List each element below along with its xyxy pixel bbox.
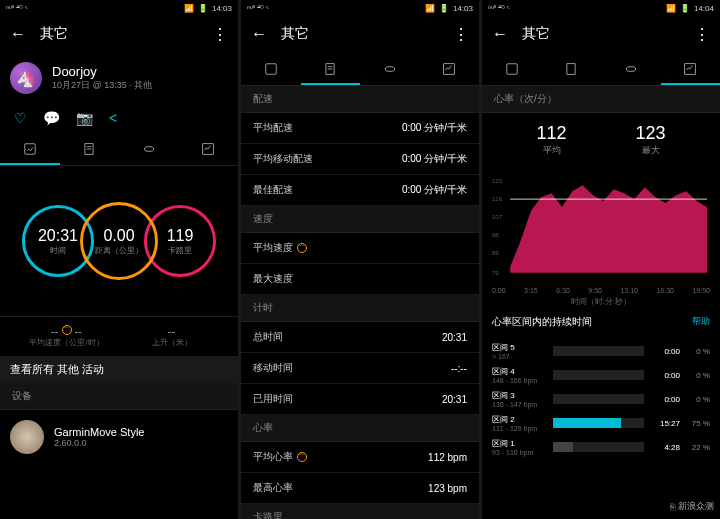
devices-header: 设备 <box>0 383 238 410</box>
tab-chart[interactable] <box>661 52 721 85</box>
tab-chart[interactable] <box>179 132 239 165</box>
zone-row: 区间 2111 - 129 bpm 15:2775 % <box>492 411 710 435</box>
help-link[interactable]: 帮助 <box>692 315 710 329</box>
svg-text:125: 125 <box>492 177 503 184</box>
zones-list: 区间 5> 167 0:000 % 区间 4148 - 166 bpm 0:00… <box>482 335 720 463</box>
hr-chart-title: 心率（次/分） <box>482 86 720 113</box>
device-version: 2.60.0.0 <box>54 438 144 448</box>
profile-block: Doorjoy 10月27日 @ 13:35 · 其他 <box>0 52 238 104</box>
svg-rect-5 <box>266 63 277 74</box>
page-title: 其它 <box>281 25 439 43</box>
watermark: ⎘新浪众测 <box>670 500 714 513</box>
stat-row: 移动时间--:-- <box>241 353 479 384</box>
svg-text:116: 116 <box>492 195 503 202</box>
tab-stats[interactable] <box>301 52 361 85</box>
app-header: ← 其它 ⋮ <box>482 16 720 52</box>
hr-header: 心率 <box>241 415 479 442</box>
zone-row: 区间 5> 167 0:000 % <box>492 339 710 363</box>
hr-summary: 112平均 123最大 <box>482 113 720 167</box>
menu-icon[interactable]: ⋮ <box>453 25 469 44</box>
cal-header: 卡路里 <box>241 504 479 519</box>
chart-xlabel: 时间（时:分:秒） <box>482 294 720 309</box>
chart-xticks: 0:003:156:309:5013:1016:3019:50 <box>482 287 720 294</box>
badge-icon <box>62 325 72 335</box>
tab-laps[interactable] <box>119 132 179 165</box>
svg-rect-10 <box>507 63 518 74</box>
stat-row: 平均心率 112 bpm <box>241 442 479 473</box>
zone-row: 区间 3130 - 147 bpm 0:000 % <box>492 387 710 411</box>
zone-row: 区间 193 - 110 bpm 4:2822 % <box>492 435 710 459</box>
page-title: 其它 <box>40 25 198 43</box>
stat-row: 平均配速0:00 分钟/千米 <box>241 113 479 144</box>
tab-laps[interactable] <box>601 52 661 85</box>
stat-row: 总时间20:31 <box>241 322 479 353</box>
tab-chart[interactable] <box>420 52 480 85</box>
back-icon[interactable]: ← <box>492 25 508 43</box>
profile-date: 10月27日 @ 13:35 · 其他 <box>52 79 152 92</box>
comment-icon[interactable]: 💬 <box>43 110 60 126</box>
tab-summary[interactable] <box>0 132 60 165</box>
app-header: ← 其它 ⋮ <box>241 16 479 52</box>
avatar[interactable] <box>10 62 42 94</box>
tab-summary[interactable] <box>482 52 542 85</box>
meta-row: -- --平均速度（公里/时） --上升（米） <box>0 316 238 356</box>
back-icon[interactable]: ← <box>10 25 26 43</box>
badge-icon <box>297 452 307 462</box>
speed-header: 速度 <box>241 206 479 233</box>
svg-text:98: 98 <box>492 231 499 238</box>
tab-laps[interactable] <box>360 52 420 85</box>
like-icon[interactable]: ♡ <box>14 110 27 126</box>
tab-stats[interactable] <box>60 132 120 165</box>
rings: 20:31时间 0.00距离（公里） 119卡路里 <box>0 166 238 316</box>
menu-icon[interactable]: ⋮ <box>212 25 228 44</box>
stat-row: 已用时间20:31 <box>241 384 479 415</box>
tabs <box>482 52 720 86</box>
svg-rect-11 <box>567 63 575 74</box>
app-header: ← 其它 ⋮ <box>0 16 238 52</box>
ring-distance: 0.00距离（公里） <box>80 202 158 280</box>
share-icon[interactable]: < <box>109 110 117 126</box>
zones-header: 心率区间内的持续时间 <box>492 315 592 329</box>
status-bar: ⁿᵘˡˡ ⁴ᴳ ᶜ 📶🔋14:04 <box>482 0 720 16</box>
profile-name: Doorjoy <box>52 64 152 79</box>
stat-row: 平均移动配速0:00 分钟/千米 <box>241 144 479 175</box>
badge-icon <box>297 243 307 253</box>
zone-row: 区间 4148 - 166 bpm 0:000 % <box>492 363 710 387</box>
stat-row: 最高心率123 bpm <box>241 473 479 504</box>
status-bar: ⁿᵘˡˡ ⁴ᴳ ᶜ 📶🔋14:03 <box>0 0 238 16</box>
back-icon[interactable]: ← <box>251 25 267 43</box>
action-bar: ♡ 💬 📷 < <box>0 104 238 132</box>
svg-text:89: 89 <box>492 249 499 256</box>
stat-row: 平均速度 <box>241 233 479 264</box>
svg-rect-0 <box>25 143 36 154</box>
device-row[interactable]: GarminMove Style 2.60.0.0 <box>0 410 238 464</box>
svg-text:107: 107 <box>492 213 503 220</box>
device-name: GarminMove Style <box>54 426 144 438</box>
stat-row: 最大速度 <box>241 264 479 295</box>
pace-header: 配速 <box>241 86 479 113</box>
menu-icon[interactable]: ⋮ <box>694 25 710 44</box>
page-title: 其它 <box>522 25 680 43</box>
camera-icon[interactable]: 📷 <box>76 110 93 126</box>
stat-row: 最佳配速0:00 分钟/千米 <box>241 175 479 206</box>
tabs <box>0 132 238 166</box>
svg-text:79: 79 <box>492 269 499 276</box>
hr-chart: 125116107988979 <box>482 167 720 287</box>
device-image <box>10 420 44 454</box>
tabs <box>241 52 479 86</box>
tab-stats[interactable] <box>542 52 602 85</box>
time-header: 计时 <box>241 295 479 322</box>
status-bar: ⁿᵘˡˡ ⁴ᴳ ᶜ 📶🔋14:03 <box>241 0 479 16</box>
see-all-link[interactable]: 查看所有 其他 活动 <box>0 356 238 383</box>
tab-summary[interactable] <box>241 52 301 85</box>
